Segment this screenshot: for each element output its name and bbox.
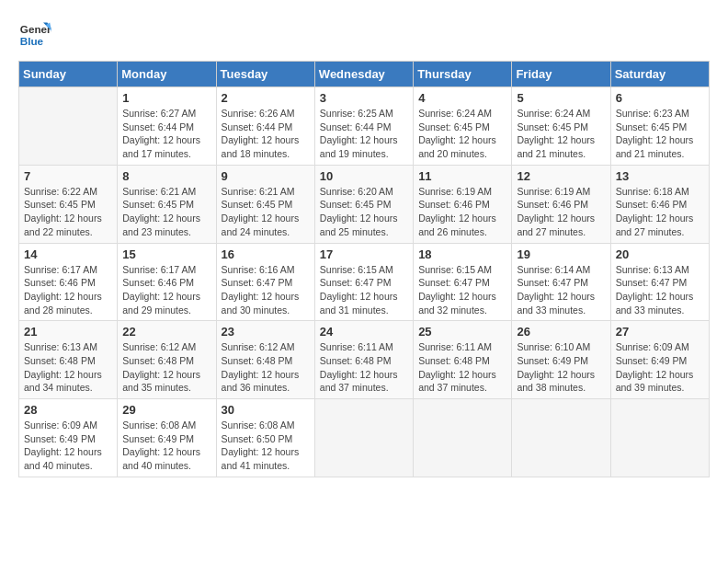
calendar-cell: 24Sunrise: 6:11 AM Sunset: 6:48 PM Dayli… xyxy=(314,321,413,399)
day-number: 20 xyxy=(616,247,704,261)
day-info: Sunrise: 6:23 AM Sunset: 6:45 PM Dayligh… xyxy=(616,107,704,161)
calendar-week-3: 14Sunrise: 6:17 AM Sunset: 6:46 PM Dayli… xyxy=(19,243,710,321)
day-number: 17 xyxy=(320,247,408,261)
day-info: Sunrise: 6:21 AM Sunset: 6:45 PM Dayligh… xyxy=(222,185,310,239)
day-number: 8 xyxy=(122,169,210,183)
calendar-cell: 18Sunrise: 6:15 AM Sunset: 6:47 PM Dayli… xyxy=(414,243,512,321)
day-number: 11 xyxy=(418,169,506,183)
day-number: 22 xyxy=(122,325,210,339)
day-info: Sunrise: 6:26 AM Sunset: 6:44 PM Dayligh… xyxy=(222,107,310,161)
day-number: 12 xyxy=(517,169,605,183)
calendar-cell: 8Sunrise: 6:21 AM Sunset: 6:45 PM Daylig… xyxy=(118,165,216,243)
calendar-cell xyxy=(610,399,709,477)
day-info: Sunrise: 6:08 AM Sunset: 6:49 PM Dayligh… xyxy=(122,419,210,473)
calendar-cell: 10Sunrise: 6:20 AM Sunset: 6:45 PM Dayli… xyxy=(314,165,413,243)
weekday-header-wednesday: Wednesday xyxy=(314,62,413,87)
calendar-cell: 4Sunrise: 6:24 AM Sunset: 6:45 PM Daylig… xyxy=(414,87,512,166)
calendar-table: SundayMondayTuesdayWednesdayThursdayFrid… xyxy=(18,61,710,477)
day-number: 28 xyxy=(24,403,112,417)
day-number: 15 xyxy=(122,247,210,261)
day-info: Sunrise: 6:11 AM Sunset: 6:48 PM Dayligh… xyxy=(320,340,408,395)
calendar-cell: 2Sunrise: 6:26 AM Sunset: 6:44 PM Daylig… xyxy=(216,87,314,166)
calendar-cell: 25Sunrise: 6:11 AM Sunset: 6:48 PM Dayli… xyxy=(414,321,512,399)
day-number: 19 xyxy=(517,247,605,261)
calendar-cell: 16Sunrise: 6:16 AM Sunset: 6:47 PM Dayli… xyxy=(216,243,314,321)
day-number: 21 xyxy=(24,325,112,339)
calendar-cell: 7Sunrise: 6:22 AM Sunset: 6:45 PM Daylig… xyxy=(19,165,118,243)
day-info: Sunrise: 6:15 AM Sunset: 6:47 PM Dayligh… xyxy=(418,263,506,317)
day-number: 30 xyxy=(222,403,310,417)
calendar-cell xyxy=(19,87,118,166)
day-info: Sunrise: 6:10 AM Sunset: 6:49 PM Dayligh… xyxy=(517,340,605,395)
day-number: 14 xyxy=(24,247,112,261)
calendar-week-4: 21Sunrise: 6:13 AM Sunset: 6:48 PM Dayli… xyxy=(19,321,710,399)
calendar-cell: 22Sunrise: 6:12 AM Sunset: 6:48 PM Dayli… xyxy=(118,321,216,399)
day-info: Sunrise: 6:21 AM Sunset: 6:45 PM Dayligh… xyxy=(122,185,210,239)
calendar-week-5: 28Sunrise: 6:09 AM Sunset: 6:49 PM Dayli… xyxy=(19,399,710,477)
day-info: Sunrise: 6:17 AM Sunset: 6:46 PM Dayligh… xyxy=(24,263,112,317)
day-number: 13 xyxy=(616,169,704,183)
calendar-cell: 9Sunrise: 6:21 AM Sunset: 6:45 PM Daylig… xyxy=(216,165,314,243)
calendar-cell xyxy=(512,399,610,477)
day-info: Sunrise: 6:14 AM Sunset: 6:47 PM Dayligh… xyxy=(517,263,605,317)
weekday-header-tuesday: Tuesday xyxy=(216,62,314,87)
calendar-cell: 12Sunrise: 6:19 AM Sunset: 6:46 PM Dayli… xyxy=(512,165,610,243)
day-number: 4 xyxy=(418,91,506,105)
calendar-cell: 21Sunrise: 6:13 AM Sunset: 6:48 PM Dayli… xyxy=(19,321,118,399)
day-number: 23 xyxy=(222,325,310,339)
weekday-header-saturday: Saturday xyxy=(610,62,709,87)
day-info: Sunrise: 6:12 AM Sunset: 6:48 PM Dayligh… xyxy=(222,340,310,395)
day-info: Sunrise: 6:22 AM Sunset: 6:45 PM Dayligh… xyxy=(24,185,112,239)
day-number: 26 xyxy=(517,325,605,339)
calendar-cell: 27Sunrise: 6:09 AM Sunset: 6:49 PM Dayli… xyxy=(610,321,709,399)
day-number: 1 xyxy=(122,91,210,105)
weekday-header-row: SundayMondayTuesdayWednesdayThursdayFrid… xyxy=(19,62,710,87)
day-number: 3 xyxy=(320,91,408,105)
calendar-cell: 20Sunrise: 6:13 AM Sunset: 6:47 PM Dayli… xyxy=(610,243,709,321)
day-number: 29 xyxy=(122,403,210,417)
day-info: Sunrise: 6:27 AM Sunset: 6:44 PM Dayligh… xyxy=(122,107,210,161)
day-number: 18 xyxy=(418,247,506,261)
day-info: Sunrise: 6:17 AM Sunset: 6:46 PM Dayligh… xyxy=(122,263,210,317)
day-number: 9 xyxy=(222,169,310,183)
day-info: Sunrise: 6:19 AM Sunset: 6:46 PM Dayligh… xyxy=(418,185,506,239)
logo: General Blue xyxy=(18,18,55,52)
calendar-cell: 23Sunrise: 6:12 AM Sunset: 6:48 PM Dayli… xyxy=(216,321,314,399)
day-info: Sunrise: 6:19 AM Sunset: 6:46 PM Dayligh… xyxy=(517,185,605,239)
weekday-header-monday: Monday xyxy=(118,62,216,87)
day-info: Sunrise: 6:25 AM Sunset: 6:44 PM Dayligh… xyxy=(320,107,408,161)
calendar-cell: 28Sunrise: 6:09 AM Sunset: 6:49 PM Dayli… xyxy=(19,399,118,477)
day-info: Sunrise: 6:16 AM Sunset: 6:47 PM Dayligh… xyxy=(222,263,310,317)
day-number: 25 xyxy=(418,325,506,339)
day-info: Sunrise: 6:09 AM Sunset: 6:49 PM Dayligh… xyxy=(616,340,704,395)
calendar-cell: 5Sunrise: 6:24 AM Sunset: 6:45 PM Daylig… xyxy=(512,87,610,166)
page-header: General Blue xyxy=(18,18,710,52)
calendar-cell xyxy=(414,399,512,477)
day-info: Sunrise: 6:24 AM Sunset: 6:45 PM Dayligh… xyxy=(418,107,506,161)
calendar-cell: 26Sunrise: 6:10 AM Sunset: 6:49 PM Dayli… xyxy=(512,321,610,399)
calendar-cell: 14Sunrise: 6:17 AM Sunset: 6:46 PM Dayli… xyxy=(19,243,118,321)
day-number: 2 xyxy=(222,91,310,105)
weekday-header-sunday: Sunday xyxy=(19,62,118,87)
day-info: Sunrise: 6:18 AM Sunset: 6:46 PM Dayligh… xyxy=(616,185,704,239)
calendar-cell: 15Sunrise: 6:17 AM Sunset: 6:46 PM Dayli… xyxy=(118,243,216,321)
day-number: 6 xyxy=(616,91,704,105)
calendar-cell: 3Sunrise: 6:25 AM Sunset: 6:44 PM Daylig… xyxy=(314,87,413,166)
weekday-header-friday: Friday xyxy=(512,62,610,87)
day-info: Sunrise: 6:09 AM Sunset: 6:49 PM Dayligh… xyxy=(24,419,112,473)
day-info: Sunrise: 6:13 AM Sunset: 6:47 PM Dayligh… xyxy=(616,263,704,317)
calendar-cell: 17Sunrise: 6:15 AM Sunset: 6:47 PM Dayli… xyxy=(314,243,413,321)
calendar-cell: 13Sunrise: 6:18 AM Sunset: 6:46 PM Dayli… xyxy=(610,165,709,243)
day-info: Sunrise: 6:20 AM Sunset: 6:45 PM Dayligh… xyxy=(320,185,408,239)
calendar-cell xyxy=(314,399,413,477)
day-info: Sunrise: 6:08 AM Sunset: 6:50 PM Dayligh… xyxy=(222,419,310,473)
day-number: 27 xyxy=(616,325,704,339)
weekday-header-thursday: Thursday xyxy=(414,62,512,87)
calendar-cell: 1Sunrise: 6:27 AM Sunset: 6:44 PM Daylig… xyxy=(118,87,216,166)
day-info: Sunrise: 6:11 AM Sunset: 6:48 PM Dayligh… xyxy=(418,340,506,395)
calendar-cell: 11Sunrise: 6:19 AM Sunset: 6:46 PM Dayli… xyxy=(414,165,512,243)
day-number: 5 xyxy=(517,91,605,105)
day-number: 10 xyxy=(320,169,408,183)
day-number: 16 xyxy=(222,247,310,261)
calendar-week-1: 1Sunrise: 6:27 AM Sunset: 6:44 PM Daylig… xyxy=(19,87,710,166)
